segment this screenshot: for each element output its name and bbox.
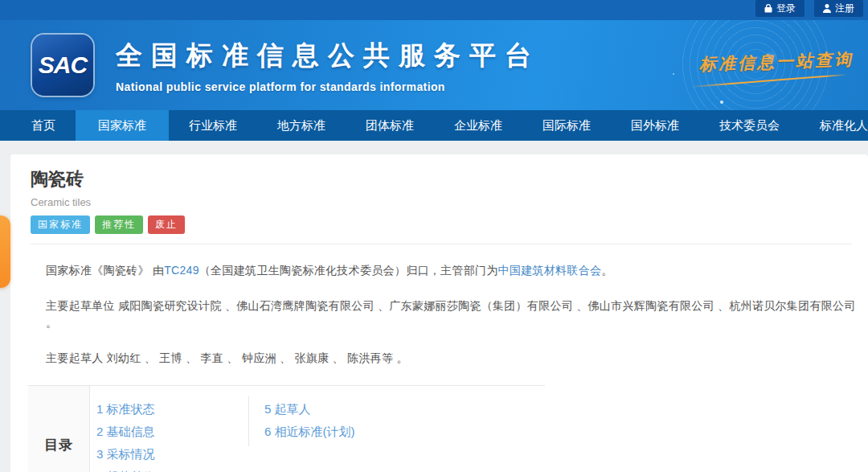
status-badge-2: 废止 [148,215,185,234]
nav-item-3[interactable]: 地方标准 [257,110,346,141]
side-float-widget[interactable] [0,215,10,288]
page-title: 陶瓷砖 [31,167,868,191]
status-badge-0: 国家标准 [31,215,90,234]
toc-heading: 目录 [44,436,73,454]
top-bar: 登录 注册 [0,0,868,20]
status-badge-1: 推荐性 [95,215,143,234]
nav-item-7[interactable]: 国外标准 [611,110,699,141]
toc-item: 2 基础信息 [96,421,248,441]
toc-box: 目录 1 标准状态2 基础信息3 采标情况4 起草单位 5 起草人6 相近标准(… [28,385,545,472]
main-area: 陶瓷砖 Ceramic tiles 国家标准推荐性废止 国家标准《陶瓷砖》 由T… [0,141,868,472]
main-nav: 首页国家标准行业标准地方标准团体标准企业标准国际标准国外标准技术委员会标准化人才 [0,110,868,141]
toc-item: 1 标准状态 [96,399,248,419]
toc-link-1[interactable]: 1 标准状态 [96,402,155,416]
divider [31,244,852,244]
toc-columns: 1 标准状态2 基础信息3 采标情况4 起草单位 5 起草人6 相近标准(计划) [90,386,355,472]
register-label: 注册 [835,2,854,15]
lock-icon [764,4,772,13]
nav-item-4[interactable]: 团体标准 [346,110,434,141]
toc-item: 4 起草单位 [96,466,248,472]
register-button[interactable]: 注册 [814,0,863,17]
paragraph-2: 主要起草单位 咸阳陶瓷研究设计院 、佛山石湾鹰牌陶瓷有限公司 、广东蒙娜丽莎陶瓷… [46,298,868,330]
toc-link-2[interactable]: 2 基础信息 [96,425,155,438]
nav-item-5[interactable]: 企业标准 [434,110,522,141]
page-title-en: Ceramic tiles [31,196,868,208]
site-brand[interactable]: SAC 全国标准信息公共服务平台 National public service… [32,35,540,96]
badge-row: 国家标准推荐性废止 [31,215,868,234]
toc-item: 5 起草人 [264,399,355,419]
toc-link-5[interactable]: 5 起草人 [264,402,311,416]
site-header: SAC 全国标准信息公共服务平台 National public service… [0,20,868,110]
brand-titles: 全国标准信息公共服务平台 National public service pla… [116,38,540,93]
nav-item-8[interactable]: 技术委员会 [699,110,800,141]
sac-logo: SAC [32,35,93,96]
inline-link[interactable]: TC249 [164,264,199,277]
login-label: 登录 [776,2,796,15]
toc-item: 3 采标情况 [96,444,248,464]
sac-logo-text: SAC [39,51,87,79]
description-paragraphs: 国家标准《陶瓷砖》 由TC249（全国建筑卫生陶瓷标准化技术委员会）归口，主管部… [46,262,868,366]
toc-link-3[interactable]: 3 采标情况 [96,447,155,461]
nav-item-2[interactable]: 行业标准 [169,110,257,141]
toc-link-6[interactable]: 6 相近标准(计划) [264,425,355,438]
site-title: 全国标准信息公共服务平台 [116,38,540,74]
toc-heading-cell: 目录 [28,386,90,472]
nav-item-9[interactable]: 标准化人才 [800,110,868,141]
toc-item: 6 相近标准(计划) [264,421,355,441]
nav-item-0[interactable]: 首页 [11,110,76,141]
auth-buttons: 登录 注册 [755,0,863,17]
nav-item-6[interactable]: 国际标准 [522,110,611,141]
content-card: 陶瓷砖 Ceramic tiles 国家标准推荐性废止 国家标准《陶瓷砖》 由T… [10,154,868,472]
user-icon [823,4,831,13]
paragraph-1: 国家标准《陶瓷砖》 由TC249（全国建筑卫生陶瓷标准化技术委员会）归口，主管部… [46,262,868,278]
toc-column-2: 5 起草人6 相近标准(计划) [248,396,355,446]
site-subtitle: National public service platform for sta… [116,80,540,93]
login-button[interactable]: 登录 [755,0,805,17]
toc-column-1: 1 标准状态2 基础信息3 采标情况4 起草单位 [90,396,248,472]
paragraph-3: 主要起草人 刘幼红 、 王博 、 李直 、 钟应洲 、 张旗康 、 陈洪再等 。 [46,350,868,366]
inline-link[interactable]: 中国建筑材料联合会 [498,264,602,277]
nav-item-1[interactable]: 国家标准 [76,110,169,141]
